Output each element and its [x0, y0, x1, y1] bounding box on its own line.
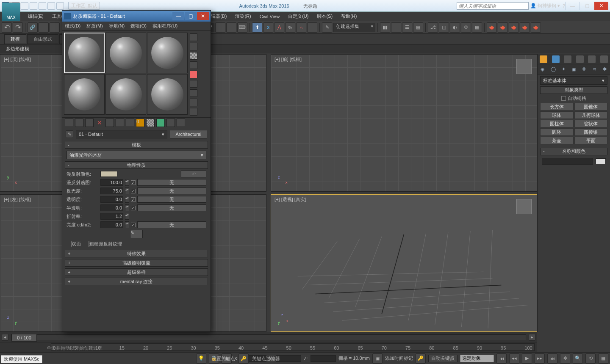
mated-menu-options[interactable]: 选项(O): [130, 23, 147, 29]
get-material-icon[interactable]: [65, 119, 73, 127]
translucency-checkbox[interactable]: [131, 206, 136, 210]
spinner-arrows[interactable]: ▴▾: [125, 204, 129, 211]
show-end-icon[interactable]: [156, 119, 165, 127]
time-next-icon[interactable]: ▸: [529, 334, 535, 341]
viewport-label-top[interactable]: [+] [顶] [线框]: [4, 56, 31, 63]
space-icon[interactable]: ≋: [589, 64, 599, 74]
btn-pyramid[interactable]: 四棱锥: [574, 128, 608, 136]
template-rollout-header[interactable]: 模板: [65, 141, 208, 149]
mated-menu-mode[interactable]: 模式(D): [65, 23, 80, 29]
template-dropdown[interactable]: 油漆光泽的木材▾: [67, 151, 206, 159]
mirror-icon[interactable]: ▮▮: [380, 22, 390, 33]
btn-geosphere[interactable]: 几何球体: [574, 111, 608, 119]
ior-spinner[interactable]: 1.2: [100, 213, 123, 220]
qat-open-icon[interactable]: [21, 2, 28, 10]
category-dropdown[interactable]: 标准基本体▾: [540, 76, 607, 85]
transparency-map-button[interactable]: 无: [137, 196, 206, 203]
render-iter-icon[interactable]: 🫖: [498, 22, 508, 33]
sample-uv-icon[interactable]: [190, 61, 197, 69]
schematic-icon[interactable]: ◫: [439, 22, 449, 33]
btn-sphere[interactable]: 球体: [540, 111, 574, 119]
mated-menu-nav[interactable]: 导航(N): [109, 23, 125, 29]
spinner-arrows[interactable]: ▴▾: [125, 188, 129, 194]
nav-pan-icon[interactable]: ✥: [560, 353, 570, 364]
menu-civilview[interactable]: Civil View: [255, 14, 284, 19]
ribbon-icon[interactable]: ▤: [413, 22, 423, 33]
diffuse-reset-icon[interactable]: ↶: [181, 171, 206, 177]
go-parent-icon[interactable]: [166, 119, 175, 127]
btn-tube[interactable]: 管状体: [574, 120, 608, 127]
sample-slot-4[interactable]: [64, 74, 105, 115]
shininess-map-button[interactable]: 无: [137, 188, 206, 194]
mentalray-rollout[interactable]: mental ray 连接: [65, 278, 208, 285]
redo-button[interactable]: ↷: [13, 22, 23, 33]
motion-icon[interactable]: [576, 55, 584, 63]
options-icon[interactable]: [190, 89, 197, 97]
menu-render[interactable]: 渲染(R): [231, 13, 255, 19]
name-color-header[interactable]: 名称和颜色: [540, 148, 607, 155]
sun-icon[interactable]: [540, 55, 547, 63]
snap-toggle-icon[interactable]: ⬆: [252, 22, 262, 33]
mated-menu-material[interactable]: 材质(M): [86, 23, 103, 29]
menu-customize[interactable]: 自定义(U): [284, 13, 313, 19]
sample-slot-5[interactable]: [105, 74, 146, 115]
menu-help[interactable]: 帮助(H): [337, 13, 361, 19]
spinner-snap-icon[interactable]: ∩: [296, 22, 306, 33]
spinner-arrows[interactable]: ▴▾: [125, 213, 129, 220]
link-icon[interactable]: 🔗: [28, 22, 38, 33]
layer-icon[interactable]: ☰: [402, 22, 412, 33]
material-editor-icon[interactable]: ◐: [450, 22, 460, 33]
viewport-front[interactable]: [+] [前] [线框] zx: [271, 54, 537, 192]
select-by-icon[interactable]: [190, 99, 197, 106]
tab-modeling[interactable]: 建模: [4, 34, 26, 44]
sample-slot-3[interactable]: [147, 33, 188, 73]
reset-map-icon[interactable]: ✕: [95, 119, 104, 127]
shapes-icon[interactable]: ◯: [548, 64, 558, 74]
manip-icon[interactable]: [226, 22, 236, 33]
matmap-nav-icon[interactable]: [190, 108, 197, 116]
render-cloud-icon[interactable]: 🫖: [520, 22, 530, 33]
pivot-icon[interactable]: [215, 22, 225, 33]
make-copy-icon[interactable]: [105, 119, 114, 127]
helpers-icon[interactable]: ✚: [579, 64, 589, 74]
obj-type-header[interactable]: 对象类型: [540, 86, 607, 94]
spinner-arrows[interactable]: ▴▾: [125, 196, 129, 203]
mated-menu-util[interactable]: 实用程序(U): [152, 23, 177, 29]
edit-set-icon[interactable]: [307, 22, 317, 33]
workspace-dropdown[interactable]: 工作区: 默认: [68, 2, 100, 10]
mated-maximize[interactable]: ▢: [185, 12, 197, 20]
viewcube-icon[interactable]: [516, 199, 532, 214]
backlight-icon[interactable]: [190, 43, 197, 50]
nav-zoom-icon[interactable]: 🔍: [573, 353, 583, 364]
luminance-spinner[interactable]: 0.0: [100, 221, 123, 228]
pick-material-icon[interactable]: ✎: [66, 130, 73, 138]
matid-icon[interactable]: 0: [136, 119, 144, 127]
time-slider[interactable]: ◂ 0 / 100 ▸: [0, 332, 537, 342]
render-last-icon[interactable]: 🫖: [531, 22, 541, 33]
spinner-arrows[interactable]: ▴▾: [125, 221, 129, 228]
welcome-script-tab[interactable]: 欢迎使用 MAXSc: [1, 355, 42, 363]
keyboard-icon[interactable]: ⌨: [237, 22, 247, 33]
tab-freeform[interactable]: 自由形式: [27, 34, 58, 44]
diffuse-map-button[interactable]: 无: [137, 179, 206, 186]
luminance-checkbox[interactable]: [131, 223, 136, 227]
keyfilter-icon[interactable]: 🔑: [238, 353, 249, 364]
viewport-label-front[interactable]: [+] [前] [线框]: [274, 56, 302, 63]
time-slider-handle[interactable]: 0 / 100: [11, 334, 37, 342]
translucency-spinner[interactable]: 0.0: [100, 204, 123, 211]
utility-icon[interactable]: [600, 55, 608, 63]
luminance-map-button[interactable]: 无: [137, 221, 206, 228]
video-check-icon[interactable]: [190, 71, 197, 78]
adv-lighting-rollout[interactable]: 高级照明覆盖: [65, 259, 208, 267]
time-prev-icon[interactable]: ◂: [2, 334, 8, 341]
help-search-input[interactable]: [457, 2, 529, 10]
special-fx-rollout[interactable]: 特殊效果: [65, 250, 208, 257]
application-menu-button[interactable]: MAX: [2, 3, 20, 21]
material-type-button[interactable]: Architectural: [170, 130, 207, 138]
background-icon[interactable]: [190, 52, 197, 60]
geom-icon[interactable]: ◉: [538, 64, 548, 74]
snap-3-icon[interactable]: 3: [263, 22, 273, 33]
modify-icon[interactable]: [552, 55, 560, 63]
render-active-icon[interactable]: 🫖: [509, 22, 519, 33]
render-prod-icon[interactable]: 🫖: [487, 22, 497, 33]
